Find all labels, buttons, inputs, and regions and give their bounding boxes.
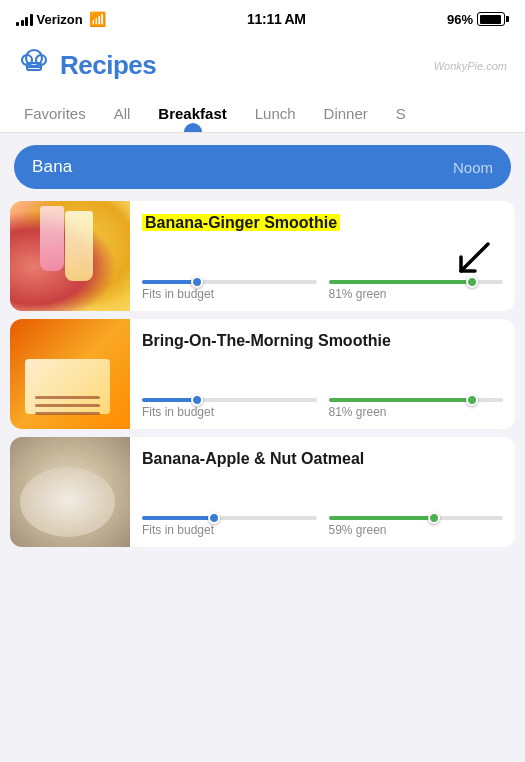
green-label: 59% green: [329, 523, 504, 537]
green-slider-fill: [329, 516, 432, 520]
recipe-metrics: Fits in budget 81% green: [142, 280, 503, 301]
budget-slider-thumb: [208, 512, 220, 524]
recipe-title: Banana-Apple & Nut Oatmeal: [142, 449, 503, 470]
recipe-card-morning-smoothie[interactable]: Bring-On-The-Morning Smoothie Fits in bu…: [10, 319, 515, 429]
budget-metric: Fits in budget: [142, 516, 317, 537]
recipe-info: Banana-Ginger Smoothie Fits in budget: [130, 201, 515, 311]
status-right: 96%: [447, 12, 509, 27]
metric-row: Fits in budget 81% green: [142, 280, 503, 301]
time-label: 11:11 AM: [247, 11, 306, 27]
budget-slider-thumb: [191, 394, 203, 406]
metric-row: Fits in budget 81% green: [142, 398, 503, 419]
budget-slider-track: [142, 280, 317, 284]
recipe-title: Banana-Ginger Smoothie: [142, 213, 503, 234]
tab-s[interactable]: S: [382, 97, 420, 132]
highlighted-title: Banana-Ginger Smoothie: [142, 214, 340, 231]
budget-label: Fits in budget: [142, 287, 317, 301]
green-slider-track: [329, 398, 504, 402]
green-slider-fill: [329, 280, 470, 284]
recipe-title: Bring-On-The-Morning Smoothie: [142, 331, 503, 352]
watermark: WonkyPie.com: [434, 60, 507, 72]
green-metric: 59% green: [329, 516, 504, 537]
recipe-image-toast: [10, 319, 130, 429]
tab-breakfast[interactable]: Breakfast: [144, 97, 240, 132]
green-slider-thumb: [466, 276, 478, 288]
budget-slider-fill: [142, 516, 212, 520]
recipe-image-smoothie: [10, 201, 130, 311]
green-slider-fill: [329, 398, 470, 402]
search-label: Noom: [453, 159, 493, 176]
recipe-info: Banana-Apple & Nut Oatmeal Fits in budge…: [130, 437, 515, 547]
budget-slider-track: [142, 516, 317, 520]
green-slider-track: [329, 280, 504, 284]
tab-favorites[interactable]: Favorites: [10, 97, 100, 132]
app-title: Recipes: [60, 50, 156, 81]
green-label: 81% green: [329, 287, 504, 301]
recipe-list: Banana-Ginger Smoothie Fits in budget: [0, 201, 525, 547]
green-metric: 81% green: [329, 398, 504, 419]
app-header: Recipes WonkyPie.com: [0, 36, 525, 95]
recipe-card-oatmeal[interactable]: Banana-Apple & Nut Oatmeal Fits in budge…: [10, 437, 515, 547]
budget-metric: Fits in budget: [142, 280, 317, 301]
metric-row: Fits in budget 59% green: [142, 516, 503, 537]
green-slider-thumb: [466, 394, 478, 406]
tabs-container: Favorites All Breakfast Lunch Dinner S: [0, 95, 525, 133]
recipe-info: Bring-On-The-Morning Smoothie Fits in bu…: [130, 319, 515, 429]
category-tabs: Favorites All Breakfast Lunch Dinner S: [0, 97, 525, 132]
green-slider-track: [329, 516, 504, 520]
budget-slider-fill: [142, 280, 194, 284]
green-slider-thumb: [428, 512, 440, 524]
signal-bars-icon: [16, 13, 33, 26]
battery-percentage: 96%: [447, 12, 473, 27]
budget-label: Fits in budget: [142, 523, 317, 537]
budget-metric: Fits in budget: [142, 398, 317, 419]
tab-lunch[interactable]: Lunch: [241, 97, 310, 132]
battery-icon: [477, 12, 509, 26]
budget-slider-track: [142, 398, 317, 402]
status-left: Verizon 📶: [16, 11, 106, 27]
search-input-value: Bana: [32, 157, 453, 177]
budget-slider-thumb: [191, 276, 203, 288]
budget-slider-fill: [142, 398, 194, 402]
recipe-image-oatmeal: [10, 437, 130, 547]
recipe-metrics: Fits in budget 59% green: [142, 516, 503, 537]
tab-all[interactable]: All: [100, 97, 145, 132]
wifi-icon: 📶: [89, 11, 106, 27]
status-bar: Verizon 📶 11:11 AM 96%: [0, 0, 525, 36]
carrier-label: Verizon: [37, 12, 83, 27]
chef-hat-icon: [18, 46, 50, 85]
tab-dinner[interactable]: Dinner: [310, 97, 382, 132]
search-bar[interactable]: Bana Noom: [14, 145, 511, 189]
green-metric: 81% green: [329, 280, 504, 301]
green-label: 81% green: [329, 405, 504, 419]
recipe-metrics: Fits in budget 81% green: [142, 398, 503, 419]
budget-label: Fits in budget: [142, 405, 317, 419]
recipe-card-banana-ginger-smoothie[interactable]: Banana-Ginger Smoothie Fits in budget: [10, 201, 515, 311]
